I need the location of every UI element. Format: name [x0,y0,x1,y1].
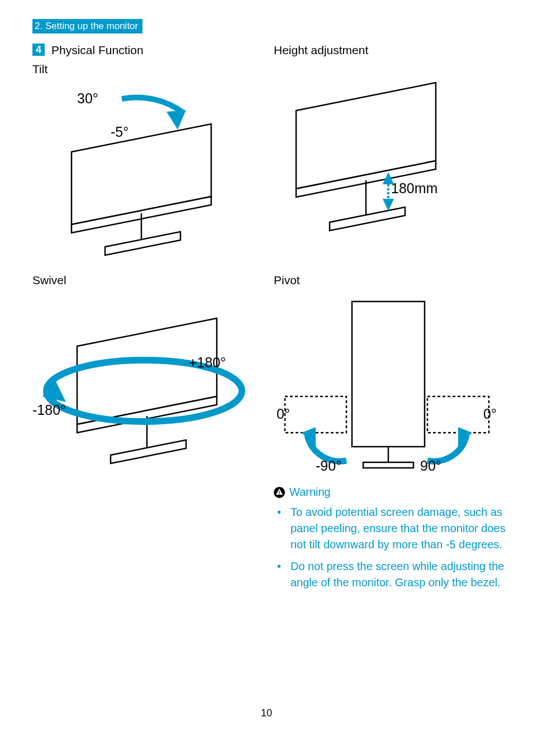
pivot-heading: Pivot [274,274,508,287]
tilt-figure: 30° -5° [32,79,267,264]
swivel-left-label: -180° [32,402,66,418]
tilt-up-label: 30° [77,90,98,107]
page-number: 10 [0,707,533,719]
warning-title: Warning [289,486,331,499]
pivot-zero-left-label: 0° [277,406,290,422]
tilt-heading: Tilt [32,63,267,76]
swivel-figure: -180° +180° [32,290,267,491]
warning-icon [274,487,285,498]
section-number-badge: 4 [32,44,45,56]
swivel-right-label: +180° [189,355,226,371]
height-heading: Height adjustment [274,44,508,57]
height-value-label: 180mm [391,180,437,197]
height-figure: 180mm [274,60,508,245]
warning-block: Warning To avoid potential screen damage… [274,486,508,591]
warning-item: Do not press the screen while adjusting … [274,558,508,591]
pivot-zero-right-label: 0° [483,406,497,422]
svg-rect-22 [363,462,413,468]
svg-rect-20 [352,302,425,447]
section-title: Physical Function [51,44,144,57]
svg-marker-4 [166,110,186,130]
warning-list: To avoid potential screen damage, such a… [274,504,508,591]
tilt-down-label: -5° [111,124,129,140]
warning-item: To avoid potential screen damage, such a… [274,504,508,553]
svg-marker-17 [384,200,392,208]
pivot-figure: 0° 0° -90° 90° [274,290,508,480]
svg-marker-3 [105,232,180,255]
chapter-header: 2. Setting up the monitor [32,19,142,34]
pivot-pos90-label: 90° [420,458,441,474]
swivel-heading: Swivel [32,274,267,287]
svg-marker-14 [330,207,405,231]
svg-marker-8 [111,440,186,463]
pivot-neg90-label: -90° [316,458,341,474]
